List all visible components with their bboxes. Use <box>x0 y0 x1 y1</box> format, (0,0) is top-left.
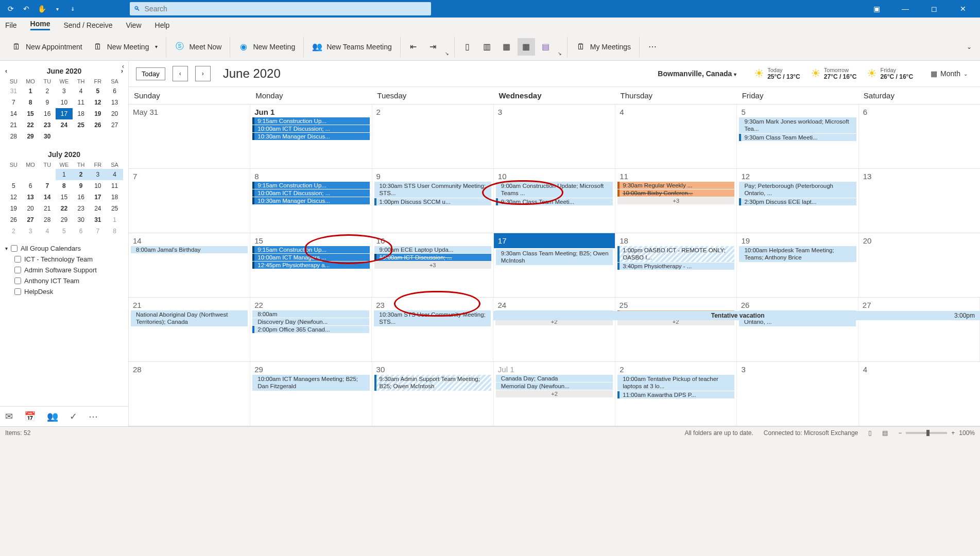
calendar-event[interactable]: 10:00am Tentative Pickup of teacher lapt… <box>617 375 734 391</box>
calendar-event[interactable]: 10:00am Helpdesk Team Meeting; Teams; An… <box>739 246 856 262</box>
calendar-event[interactable]: 9:00am ECE Laptop Upda... <box>374 246 491 253</box>
view-normal-icon[interactable]: ▯ <box>868 429 872 437</box>
day-cell[interactable]: 169:00am ECE Laptop Upda...10:00am ICT D… <box>372 233 494 297</box>
meet-now-button[interactable]: ⓢMeet Now <box>170 40 226 54</box>
mini-day[interactable]: 3 <box>22 225 39 237</box>
calendar-event[interactable]: Discovery Day (Newfoun... <box>252 318 369 325</box>
more-events[interactable]: +2 <box>496 390 613 397</box>
weather-day[interactable]: ☀Today25°C / 13°C <box>754 67 800 80</box>
mini-day[interactable]: 12 <box>90 97 107 108</box>
mini-day[interactable]: 19 <box>5 203 22 214</box>
day-cell[interactable]: 7 <box>129 169 250 233</box>
touch-mode-icon[interactable]: ✋ <box>36 3 47 14</box>
mini-day[interactable]: 29 <box>56 214 73 225</box>
calendar-event[interactable]: 2:30pm Discuss ECE lapt... <box>739 198 856 205</box>
checkbox[interactable] <box>14 256 21 263</box>
checkbox[interactable] <box>14 267 21 273</box>
calendar-list-item[interactable]: ICT - Technology Team <box>3 254 125 265</box>
calendar-event[interactable]: 10:00am ICT Managers Meeting; B25; Dan F… <box>252 375 369 391</box>
mini-day[interactable]: 21 <box>39 203 56 214</box>
calendar-event[interactable]: 10:30am Manager Discus... <box>252 197 369 204</box>
teamviewer-meeting-button[interactable]: ◉New Meeting <box>234 40 299 54</box>
calendar-group-all[interactable]: ▾All Group Calendars <box>3 243 125 254</box>
calendar-event[interactable]: 10:00am ICT Discussion; ... <box>374 254 491 261</box>
calendar-event[interactable]: 2:00pm Office 365 Canad... <box>252 326 369 333</box>
mini-day[interactable]: 11 <box>73 97 90 108</box>
search-box[interactable]: 🔍︎ <box>130 2 431 15</box>
group-launcher2-icon[interactable]: ↘ <box>557 50 563 57</box>
day-cell[interactable]: 179:30am Class Team Meeting; B25; Owen M… <box>494 233 615 297</box>
day-cell[interactable]: 12Pay; Peterborough (Peterborough Ontari… <box>737 169 858 233</box>
day-cell[interactable]: 910:30am STS User Community Meeting; STS… <box>372 169 494 233</box>
day-cell[interactable]: 4 <box>859 362 980 426</box>
mini-day[interactable]: 16 <box>39 108 56 119</box>
ribbon-more-icon[interactable]: ⋯ <box>644 38 661 56</box>
mini-day[interactable]: 4 <box>106 169 123 180</box>
calendar-event[interactable]: 9:30am Class Team Meeting; B25; Owen McI… <box>496 249 613 265</box>
mini-day[interactable]: 13 <box>106 97 123 108</box>
work-week-icon[interactable]: ▥ <box>478 38 496 56</box>
day-cell[interactable]: 24Quebec National Day - St...+2 <box>493 298 615 361</box>
mini-day[interactable]: 22 <box>22 119 39 131</box>
calendar-icon[interactable]: 📅 <box>24 411 36 422</box>
calendar-event[interactable]: 9:15am Construction Up... <box>252 182 369 189</box>
day-cell[interactable]: 6 <box>859 105 980 168</box>
calendar-event[interactable]: 9:30am Class Team Meeti... <box>739 134 856 141</box>
people-icon[interactable]: 👥 <box>47 411 58 422</box>
mini-day[interactable]: 8 <box>56 180 73 192</box>
calendar-event[interactable]: 10:00am Bixby Conferen... <box>617 189 734 197</box>
calendar-event[interactable]: 10:30am STS User Community Meeting; STS.… <box>374 182 491 198</box>
calendar-event[interactable]: 9:30am Mark Jones workload; Microsoft Te… <box>739 117 856 133</box>
nav-back-icon[interactable]: ⇤ <box>405 38 422 56</box>
mini-day[interactable]: 2 <box>73 169 90 180</box>
day-cell[interactable]: 27 <box>858 298 980 361</box>
calendar-event[interactable]: Canada Day; Canada <box>496 375 613 382</box>
mini-day[interactable]: 20 <box>106 108 123 119</box>
day-cell[interactable]: 26Pay; Peterborough (Peterborough Ontari… <box>737 298 858 361</box>
day-cell[interactable]: 3 <box>494 105 615 168</box>
mini-day[interactable]: 24 <box>90 203 107 214</box>
day-cell[interactable]: 159:15am Construction Up...10:00am ICT M… <box>250 233 372 297</box>
collapse-ribbon-icon[interactable]: ⌄ <box>967 43 977 50</box>
calendar-list-item[interactable]: Anthony ICT Team <box>3 275 125 286</box>
mini-day[interactable]: 1 <box>22 85 39 97</box>
mini-day[interactable]: 18 <box>106 192 123 203</box>
day-cell[interactable]: 13 <box>859 169 980 233</box>
mini-day[interactable]: 15 <box>22 108 39 119</box>
zoom-slider[interactable] <box>906 432 947 434</box>
calendar-event[interactable]: Pay; Peterborough (Peterborough Ontario,… <box>739 182 856 198</box>
mini-day[interactable]: 1 <box>56 169 73 180</box>
mini-day[interactable]: 5 <box>5 180 22 192</box>
day-cell[interactable]: 20 <box>859 233 980 297</box>
month-grid[interactable]: May 31Jun 19:15am Construction Up...10:0… <box>129 105 980 426</box>
day-cell[interactable]: Jul 1Canada Day; CanadaMemorial Day (New… <box>494 362 615 426</box>
checkbox[interactable] <box>14 288 21 295</box>
day-cell[interactable]: 59:30am Mark Jones workload; Microsoft T… <box>737 105 858 168</box>
mini-day[interactable]: 4 <box>39 225 56 237</box>
mini-day[interactable]: 28 <box>5 131 22 142</box>
day-cell[interactable]: May 31 <box>129 105 250 168</box>
calendar-event[interactable]: 10:30am STS User Community Meeting; STS.… <box>374 310 491 326</box>
zoom-control[interactable]: − + 100% <box>898 429 975 437</box>
tab-home[interactable]: Home <box>30 20 50 30</box>
zoom-out-icon[interactable]: − <box>898 429 902 437</box>
mini-day[interactable]: 27 <box>106 119 123 131</box>
mini-day[interactable]: 11 <box>106 180 123 192</box>
mini-day[interactable]: 6 <box>22 180 39 192</box>
mini-day[interactable]: 9 <box>73 180 90 192</box>
mini-day[interactable]: 31 <box>5 85 22 97</box>
mini-day[interactable]: 10 <box>56 97 73 108</box>
weather-day[interactable]: ☀Friday26°C / 16°C <box>867 67 913 80</box>
tab-file[interactable]: File <box>5 21 17 29</box>
qat-customize-icon[interactable]: ⇓ <box>67 3 78 14</box>
mini-day[interactable]: 19 <box>90 108 107 119</box>
calendar-event[interactable]: 11:00am Kawartha DPS P... <box>617 391 734 398</box>
maximize-button[interactable]: ◻ <box>922 0 946 18</box>
calendar-event[interactable]: 9:30am Admin Support Team Meeting; B25; … <box>374 375 491 391</box>
mini-day[interactable]: 3 <box>56 85 73 97</box>
day-cell[interactable]: 4 <box>615 105 737 168</box>
day-cell[interactable]: 2 <box>372 105 494 168</box>
mini-day[interactable]: 26 <box>5 214 22 225</box>
more-events[interactable]: +3 <box>617 197 734 204</box>
tasks-icon[interactable]: ✓ <box>70 411 77 422</box>
